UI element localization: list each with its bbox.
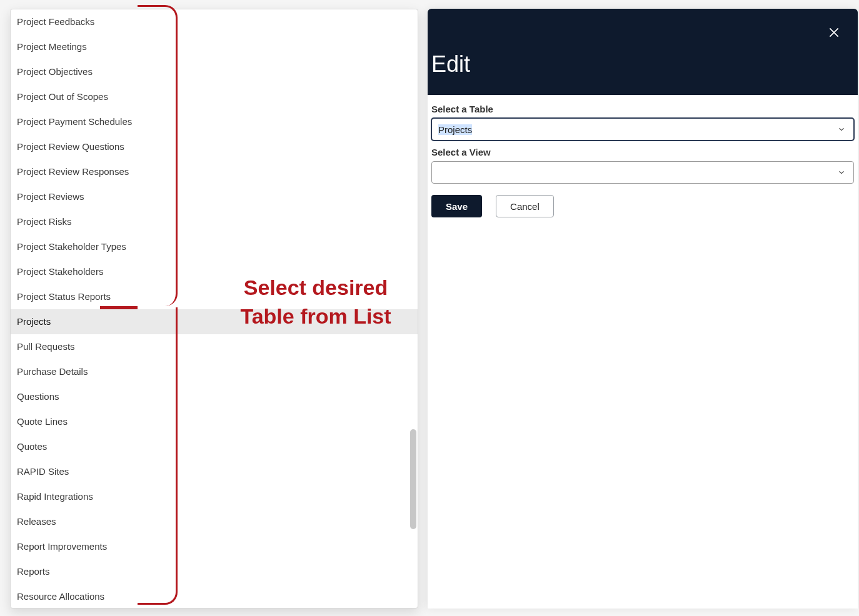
select-view-label: Select a View bbox=[431, 147, 854, 157]
chevron-down-icon bbox=[837, 168, 846, 177]
table-option[interactable]: Report Improvements bbox=[11, 534, 418, 559]
table-option[interactable]: Project Stakeholders bbox=[11, 259, 418, 284]
table-option[interactable]: Project Reviews bbox=[11, 184, 418, 209]
table-option[interactable]: Project Payment Schedules bbox=[11, 109, 418, 134]
select-view-dropdown[interactable] bbox=[431, 161, 854, 184]
table-option[interactable]: Pull Requests bbox=[11, 334, 418, 359]
select-table-value: Projects bbox=[438, 124, 472, 135]
table-option[interactable]: Projects bbox=[11, 309, 418, 334]
dropdown-scrollbar[interactable] bbox=[410, 429, 416, 529]
table-option[interactable]: Questions bbox=[11, 384, 418, 409]
table-option[interactable]: Project Objectives bbox=[11, 59, 418, 84]
table-option[interactable]: Project Out of Scopes bbox=[11, 84, 418, 109]
table-option[interactable]: Project Review Questions bbox=[11, 134, 418, 159]
edit-header: Edit bbox=[428, 9, 858, 95]
table-option[interactable]: Rapid Integrations bbox=[11, 484, 418, 509]
close-button[interactable] bbox=[828, 26, 843, 41]
cancel-button[interactable]: Cancel bbox=[496, 195, 554, 217]
table-option[interactable]: Reports bbox=[11, 559, 418, 584]
table-option[interactable]: RAPID Sites bbox=[11, 459, 418, 484]
table-option[interactable]: Project Meetings bbox=[11, 34, 418, 59]
table-option[interactable]: Purchase Details bbox=[11, 359, 418, 384]
close-icon bbox=[828, 26, 843, 39]
table-option[interactable]: Releases bbox=[11, 509, 418, 534]
chevron-down-icon bbox=[837, 125, 846, 134]
select-table-label: Select a Table bbox=[431, 104, 854, 114]
table-option[interactable]: Project Stakeholder Types bbox=[11, 234, 418, 259]
select-table-dropdown[interactable]: Projects bbox=[431, 118, 854, 141]
table-option[interactable]: Project Feedbacks bbox=[11, 9, 418, 34]
table-option[interactable]: Project Review Responses bbox=[11, 159, 418, 184]
table-option[interactable]: Quotes bbox=[11, 434, 418, 459]
save-button[interactable]: Save bbox=[431, 195, 482, 217]
edit-title: Edit bbox=[431, 51, 470, 77]
table-option[interactable]: Quote Lines bbox=[11, 409, 418, 434]
edit-panel: Edit Select a Table Projects bbox=[428, 9, 858, 609]
table-dropdown-list[interactable]: Project FeedbacksProject MeetingsProject… bbox=[10, 9, 418, 609]
table-option[interactable]: Project Risks bbox=[11, 209, 418, 234]
table-option[interactable]: Resource Allocations bbox=[11, 584, 418, 608]
table-option[interactable]: Project Status Reports bbox=[11, 284, 418, 309]
